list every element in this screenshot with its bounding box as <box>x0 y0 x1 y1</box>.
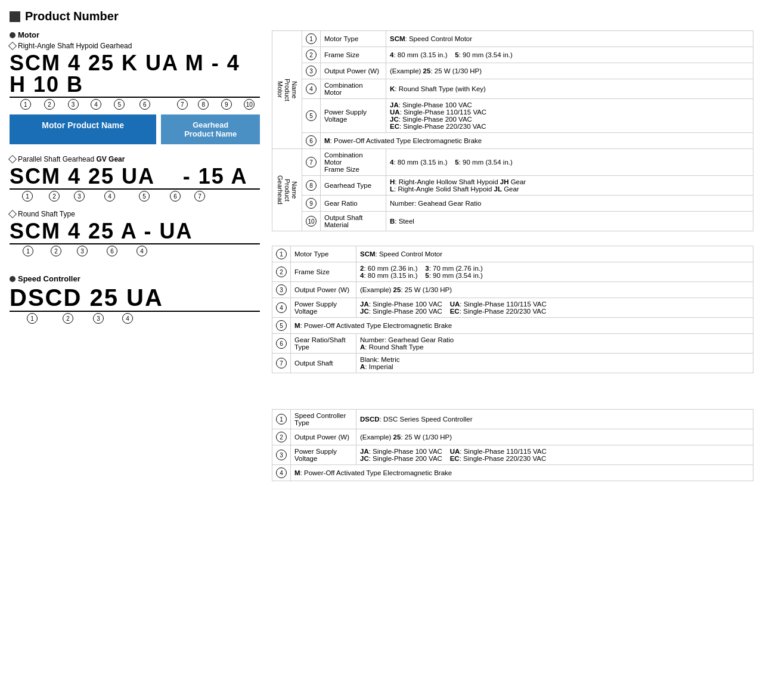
diamond-parallel-label: Parallel Shaft Gearhead GV Gear <box>10 155 260 163</box>
p-num-3: 3 <box>66 191 93 202</box>
parallel-num-row: 1 2 3 4 5 6 7 <box>10 191 260 202</box>
num-4: 4 <box>86 99 106 110</box>
p-num-7: 7 <box>188 191 211 202</box>
motor-section-label: Motor <box>10 30 260 39</box>
diamond-hypoid-label: Right-Angle Shaft Hypoid Gearhead <box>10 42 260 50</box>
p-num-1: 1 <box>12 191 43 202</box>
table-row: 2 Frame Size 4: 80 mm (3.15 in.) 5: 90 m… <box>272 47 753 63</box>
left-panel-motor: Motor Right-Angle Shaft Hypoid Gearhead … <box>10 30 260 329</box>
num-1: 1 <box>12 99 39 110</box>
label-boxes: Motor Product Name GearheadProduct Name <box>10 114 260 144</box>
r-num-3: 3 <box>68 246 97 256</box>
speed-controller-spec-table: 1 Speed ControllerType DSCD: DSC Series … <box>272 409 753 481</box>
table-row: 3 Power Supply Voltage JA: Single-Phase … <box>272 445 753 465</box>
p-num-6: 6 <box>162 191 188 202</box>
table-row: 3 Output Power (W) (Example) 25: 25 W (1… <box>272 282 753 298</box>
table-row: 7 Output Shaft Blank: Metric A: Imperial <box>272 354 753 373</box>
sc-num-3: 3 <box>83 313 113 324</box>
diamond-round-icon <box>8 210 17 218</box>
sc-num-1: 1 <box>12 313 52 324</box>
hypoid-spec-table: MotorProductName 1 Motor Type SCM: Speed… <box>272 30 753 231</box>
diamond-parallel-icon <box>8 155 17 163</box>
num-6: 6 <box>133 99 156 110</box>
parallel-spec-table: 1 Motor Type SCM: Speed Control Motor 2 … <box>272 246 753 373</box>
diamond-hypoid-icon <box>8 42 17 50</box>
num-7: 7 <box>172 99 193 110</box>
sc-num-2: 2 <box>52 313 83 324</box>
num-10: 10 <box>239 99 260 110</box>
row-num-1: 1 <box>302 31 321 47</box>
num-dash <box>157 99 172 110</box>
bullet-motor-icon <box>10 32 15 38</box>
num-9: 9 <box>214 99 238 110</box>
r-num-6: 6 <box>97 246 128 256</box>
table-row: 6 M: Power-Off Activated Type Electromag… <box>272 133 753 149</box>
parallel-product-code: SCM 4 25 UA - 15 A <box>10 166 260 190</box>
table-row: 4 Power Supply Voltage JA: Single-Phase … <box>272 298 753 318</box>
table-row: 8 Gearhead Type H: Right-Angle Hollow Sh… <box>272 176 753 196</box>
table-row: MotorProductName 1 Motor Type SCM: Speed… <box>272 31 753 47</box>
speed-section-label: Speed Controller <box>10 274 260 283</box>
group-gearhead-product: GearheadProductName <box>272 149 302 231</box>
motor-product-name-label: Motor Product Name <box>10 114 156 144</box>
group-motor-product: MotorProductName <box>272 31 302 149</box>
table-row: 1 Speed ControllerType DSCD: DSC Series … <box>272 410 753 429</box>
round-product-code: SCM 4 25 A - UA <box>10 221 260 244</box>
num-3: 3 <box>60 99 86 110</box>
r-num-2: 2 <box>44 246 68 256</box>
hypoid-product-code: SCM 4 25 K UA M - 4 H 10 B <box>10 52 260 98</box>
gearhead-product-name-label: GearheadProduct Name <box>161 114 260 144</box>
table-row: 2 Frame Size 2: 60 mm (2.36 in.) 3: 70 m… <box>272 262 753 282</box>
title-square-icon <box>10 11 20 22</box>
num-5: 5 <box>106 99 133 110</box>
table-row: GearheadProductName 7 Combination MotorF… <box>272 149 753 176</box>
table-row: 10 Output Shaft Material B: Steel <box>272 212 753 231</box>
p-num-2: 2 <box>43 191 66 202</box>
table-row: 4 M: Power-Off Activated Type Electromag… <box>272 465 753 481</box>
p-num-5: 5 <box>126 191 162 202</box>
r-num-4: 4 <box>128 246 156 256</box>
r-num-1: 1 <box>12 246 44 256</box>
table-row: 2 Output Power (W) (Example) 25: 25 W (1… <box>272 429 753 445</box>
num-2: 2 <box>39 99 60 110</box>
speed-controller-section: Speed Controller DSCD 25 UA 1 2 3 4 <box>10 274 260 324</box>
speed-product-code: DSCD 25 UA <box>10 286 260 312</box>
table-row: 4 Combination Motor K: Round Shaft Type … <box>272 79 753 99</box>
table-row: 9 Gear Ratio Number: Geahead Gear Ratio <box>272 196 753 212</box>
diamond-round-label: Round Shaft Type <box>10 210 260 218</box>
bullet-speed-icon <box>10 276 15 282</box>
sc-num-4: 4 <box>113 313 142 324</box>
table-row: 3 Output Power (W) (Example) 25: 25 W (1… <box>272 63 753 79</box>
table-row: 6 Gear Ratio/ShaftType Number: Gearhead … <box>272 334 753 354</box>
right-panel: MotorProductName 1 Motor Type SCM: Speed… <box>272 30 753 481</box>
page-title: Product Number <box>10 10 753 23</box>
table-row: 5 M: Power-Off Activated Type Electromag… <box>272 318 753 334</box>
table-row: 5 Power Supply Voltage JA: Single-Phase … <box>272 99 753 133</box>
speed-num-row: 1 2 3 4 <box>10 313 260 324</box>
table-row: 1 Motor Type SCM: Speed Control Motor <box>272 246 753 262</box>
hypoid-num-row: 1 2 3 4 5 6 7 8 9 10 <box>10 99 260 110</box>
round-num-row: 1 2 3 6 4 <box>10 246 260 256</box>
p-num-4: 4 <box>93 191 126 202</box>
num-8: 8 <box>193 99 214 110</box>
